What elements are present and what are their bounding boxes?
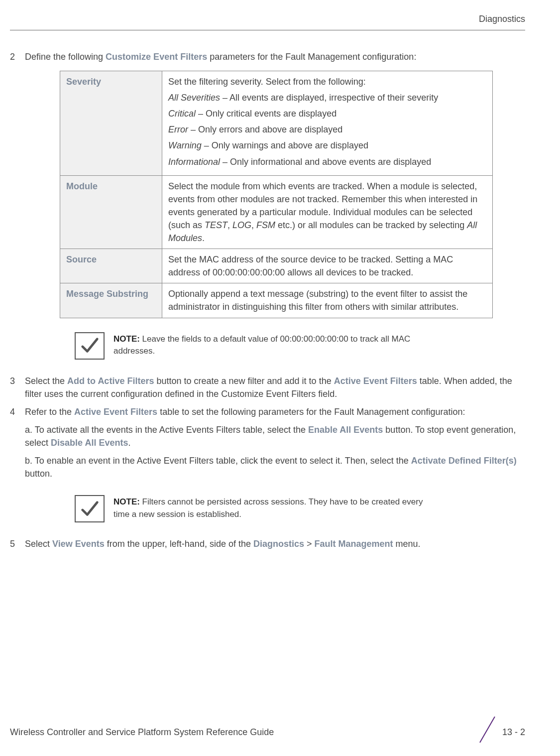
desc-module: Select the module from which events are … — [162, 175, 493, 249]
option-name: Error — [168, 125, 188, 134]
footer-page-number: 13 - 2 — [482, 726, 525, 739]
term-enable-all-events: Enable All Events — [308, 425, 383, 435]
note-body: Filters cannot be persisted across sessi… — [113, 497, 423, 519]
text: Refer to the — [25, 407, 74, 417]
option-desc: – Only warnings and above are displayed — [202, 140, 368, 150]
row-message-substring: Message Substring Optionally append a te… — [60, 283, 493, 318]
term-active-event-filters: Active Event Filters — [74, 407, 157, 417]
desc-source: Set the MAC address of the source device… — [162, 249, 493, 283]
row-severity: Severity Set the filtering severity. Sel… — [60, 71, 493, 176]
step-body: Select the Add to Active Filters button … — [25, 375, 525, 400]
text: menu. — [393, 539, 421, 549]
note-body: Leave the fields to a default value of 0… — [113, 334, 410, 356]
label-message-substring: Message Substring — [60, 283, 162, 318]
term-diagnostics: Diagnostics — [253, 539, 304, 549]
parameters-table: Severity Set the filtering severity. Sel… — [60, 71, 493, 318]
footer-accent-line — [479, 716, 495, 743]
text: , — [251, 220, 256, 230]
substep-b: b. To enable an event in the Active Even… — [25, 454, 525, 480]
page-number: 13 - 2 — [502, 726, 525, 739]
text: . — [202, 233, 205, 243]
header-rule — [10, 30, 525, 30]
note-box: NOTE: Leave the fields to a default valu… — [75, 332, 438, 360]
term-active-event-filters: Active Event Filters — [334, 376, 417, 386]
option-desc: – Only informational and above events ar… — [220, 157, 431, 167]
note-text: NOTE: Filters cannot be persisted across… — [113, 495, 438, 520]
text: . — [128, 438, 130, 448]
text: table to set the following parameters fo… — [157, 407, 465, 417]
severity-option: Error – Only errors and above are displa… — [168, 123, 486, 136]
option-name: Critical — [168, 109, 196, 119]
text: Select the — [25, 376, 67, 386]
note-box: NOTE: Filters cannot be persisted across… — [75, 495, 438, 522]
term-view-events: View Events — [52, 539, 105, 549]
option-name: Informational — [168, 157, 220, 167]
severity-option: Informational – Only informational and a… — [168, 155, 486, 168]
step-5: 5 Select View Events from the upper, lef… — [10, 537, 525, 550]
text: etc.) or all modules can be tracked by s… — [275, 220, 467, 230]
page-content: 2 Define the following Customize Event F… — [10, 50, 550, 550]
option-name: All Severities — [168, 93, 220, 103]
row-module: Module Select the module from which even… — [60, 175, 493, 249]
footer-guide-title: Wireless Controller and Service Platform… — [10, 726, 274, 739]
text: parameters for the Fault Management conf… — [207, 52, 416, 62]
text: b. To enable an event in the Active Even… — [25, 456, 411, 466]
term-activate-defined-filters: Activate Defined Filter(s) — [411, 456, 517, 466]
checkmark-icon — [75, 495, 105, 522]
step-2: 2 Define the following Customize Event F… — [10, 50, 525, 63]
text: button to create a new filter and add it… — [154, 376, 334, 386]
option-desc: – Only errors and above are displayed — [188, 125, 342, 134]
term-customize-event-filters: Customize Event Filters — [106, 52, 207, 62]
checkmark-icon — [75, 332, 105, 360]
term-disable-all-events: Disable All Events — [51, 438, 128, 448]
page-footer: Wireless Controller and Service Platform… — [10, 726, 525, 739]
text-italic: LOG — [232, 220, 251, 230]
text: > — [304, 539, 315, 549]
option-name: Warning — [168, 140, 202, 150]
text: a. To activate all the events in the Act… — [25, 425, 308, 435]
desc-severity: Set the filtering severity. Select from … — [162, 71, 493, 176]
severity-option: Critical – Only critical events are disp… — [168, 107, 486, 120]
option-desc: – Only critical events are displayed — [196, 109, 336, 119]
step-number: 4 — [10, 405, 25, 485]
header-section: Diagnostics — [479, 12, 525, 25]
row-source: Source Set the MAC address of the source… — [60, 249, 493, 283]
text: from the upper, left-hand, side of the — [105, 539, 253, 549]
step-body: Define the following Customize Event Fil… — [25, 50, 525, 63]
severity-option: Warning – Only warnings and above are di… — [168, 139, 486, 152]
text-italic: TEST — [205, 220, 227, 230]
note-label: NOTE: — [113, 497, 142, 506]
note-text: NOTE: Leave the fields to a default valu… — [113, 332, 438, 358]
substep-a: a. To activate all the events in the Act… — [25, 423, 525, 449]
label-severity: Severity — [60, 71, 162, 176]
step-3: 3 Select the Add to Active Filters butto… — [10, 375, 525, 400]
severity-option: All Severities – All events are displaye… — [168, 91, 486, 104]
severity-intro: Set the filtering severity. Select from … — [168, 75, 486, 88]
step-number: 3 — [10, 375, 25, 400]
note-label: NOTE: — [113, 334, 142, 344]
step-number: 2 — [10, 50, 25, 63]
text-italic: FSM — [256, 220, 275, 230]
step-number: 5 — [10, 537, 25, 550]
label-module: Module — [60, 175, 162, 249]
term-fault-management: Fault Management — [315, 539, 393, 549]
step-body: Select View Events from the upper, left-… — [25, 537, 525, 550]
desc-message-substring: Optionally append a text message (substr… — [162, 283, 493, 318]
text: button. — [25, 469, 52, 479]
term-add-to-active-filters: Add to Active Filters — [67, 376, 154, 386]
option-desc: – All events are displayed, irrespective… — [220, 93, 438, 103]
text: Define the following — [25, 52, 106, 62]
text: , — [227, 220, 232, 230]
step-4: 4 Refer to the Active Event Filters tabl… — [10, 405, 525, 485]
label-source: Source — [60, 249, 162, 283]
step-body: Refer to the Active Event Filters table … — [25, 405, 525, 485]
text: Select — [25, 539, 52, 549]
